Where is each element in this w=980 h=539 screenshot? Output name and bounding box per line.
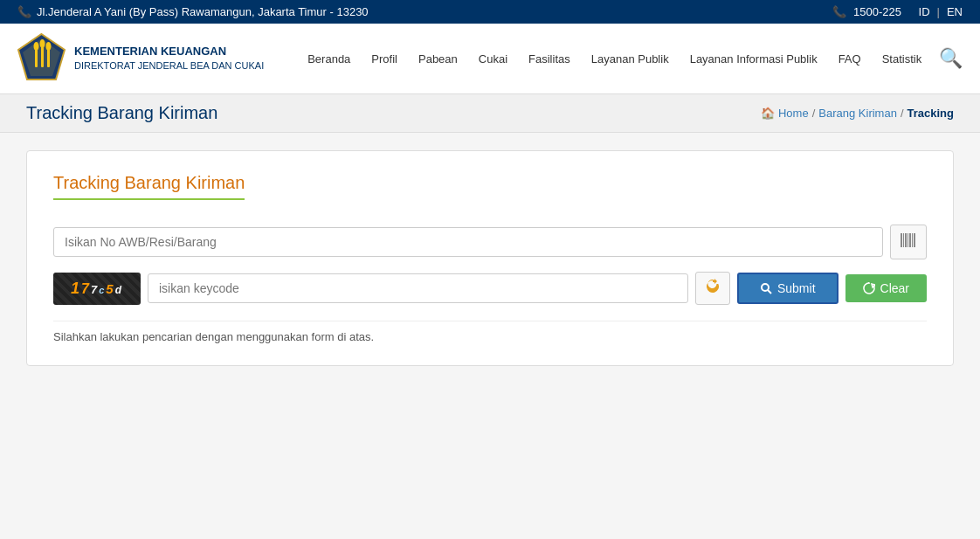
submit-label: Submit <box>777 281 816 295</box>
barcode-icon <box>900 231 917 249</box>
breadcrumb: 🏠 Home / Barang Kiriman / Tracking <box>761 107 954 120</box>
page-title: Tracking Barang Kiriman <box>26 103 217 123</box>
svg-point-6 <box>40 39 45 48</box>
submit-button[interactable]: Submit <box>737 273 839 304</box>
svg-rect-8 <box>901 233 902 247</box>
search-icon <box>760 282 772 294</box>
nav-pabean[interactable]: Pabean <box>410 47 466 71</box>
breadcrumb-bar: Tracking Barang Kiriman 🏠 Home / Barang … <box>0 94 980 133</box>
lang-en[interactable]: EN <box>947 5 963 18</box>
awb-input[interactable] <box>53 227 883 257</box>
breadcrumb-barang-kiriman[interactable]: Barang Kiriman <box>818 107 897 120</box>
svg-rect-13 <box>912 233 913 247</box>
svg-rect-14 <box>914 233 915 247</box>
captcha-image: 177c5d <box>53 273 141 305</box>
tracking-card: Tracking Barang Kiriman <box>26 150 954 366</box>
svg-line-16 <box>768 290 771 294</box>
svg-rect-9 <box>903 233 904 247</box>
nav-faq[interactable]: FAQ <box>830 47 870 71</box>
refresh-icon <box>705 279 721 294</box>
svg-point-5 <box>34 42 39 51</box>
svg-rect-2 <box>35 48 38 67</box>
info-text: Silahkan lakukan pencarian dengan menggu… <box>53 321 927 343</box>
svg-point-7 <box>46 42 52 51</box>
recycle-icon <box>863 282 875 294</box>
breadcrumb-current: Tracking <box>908 107 954 120</box>
phone-icon: 📞 <box>832 5 846 18</box>
main-content: Tracking Barang Kiriman <box>0 133 980 500</box>
org-name: KEMENTERIAN KEUANGAN <box>74 45 226 58</box>
captcha-text: 177c5d <box>71 281 123 296</box>
refresh-captcha-button[interactable] <box>695 272 730 305</box>
svg-rect-10 <box>905 233 907 247</box>
nav-layanan-informasi[interactable]: Layanan Informasi Publik <box>681 47 826 71</box>
address-text: Jl.Jenderal A Yani (By Pass) Rawamangun,… <box>37 5 369 18</box>
barcode-button[interactable] <box>890 225 927 259</box>
lang-id[interactable]: ID <box>919 5 930 18</box>
main-nav: Beranda Profil Pabean Cukai Fasilitas La… <box>299 47 939 71</box>
pipe-divider: | <box>937 5 940 18</box>
topbar-address: Jl.Jenderal A Yani (By Pass) Rawamangun,… <box>17 5 369 18</box>
clear-label: Clear <box>880 281 909 295</box>
nav-layanan-publik[interactable]: Layanan Publik <box>583 47 678 71</box>
nav-beranda[interactable]: Beranda <box>299 47 359 71</box>
topbar: Jl.Jenderal A Yani (By Pass) Rawamangun,… <box>0 0 980 24</box>
clear-button[interactable]: Clear <box>845 274 927 302</box>
lang-divider <box>908 5 912 18</box>
svg-rect-12 <box>909 233 911 247</box>
logo-text: KEMENTERIAN KEUANGAN DIREKTORAT JENDERAL… <box>74 44 264 73</box>
breadcrumb-sep1: / <box>812 107 816 120</box>
svg-rect-3 <box>41 45 44 67</box>
header: KEMENTERIAN KEUANGAN DIREKTORAT JENDERAL… <box>0 24 980 94</box>
form-area: 177c5d Submit <box>53 225 927 343</box>
svg-point-15 <box>762 284 769 291</box>
captcha-row: 177c5d Submit <box>53 272 927 305</box>
nav-cukai[interactable]: Cukai <box>470 47 516 71</box>
topbar-right: 📞 1500-225 ID | EN <box>832 5 963 18</box>
logo-area: KEMENTERIAN KEUANGAN DIREKTORAT JENDERAL… <box>17 32 264 85</box>
nav-statistik[interactable]: Statistik <box>873 47 931 71</box>
nav-profil[interactable]: Profil <box>362 47 406 71</box>
awb-row <box>53 225 927 259</box>
home-icon: 🏠 <box>761 107 775 120</box>
card-title: Tracking Barang Kiriman <box>53 173 245 200</box>
svg-rect-11 <box>908 233 908 247</box>
org-sub: DIREKTORAT JENDERAL BEA DAN CUKAI <box>74 59 264 73</box>
ministry-logo <box>17 32 66 85</box>
info-message: Silahkan lakukan pencarian dengan menggu… <box>53 330 374 343</box>
keycode-input[interactable] <box>148 273 688 303</box>
svg-rect-4 <box>47 48 50 67</box>
phone-number: 1500-225 <box>853 5 901 18</box>
location-icon <box>17 5 31 18</box>
search-button[interactable]: 🔍 <box>939 47 963 70</box>
breadcrumb-home[interactable]: Home <box>778 107 809 120</box>
breadcrumb-sep2: / <box>901 107 904 120</box>
nav-fasilitas[interactable]: Fasilitas <box>520 47 579 71</box>
